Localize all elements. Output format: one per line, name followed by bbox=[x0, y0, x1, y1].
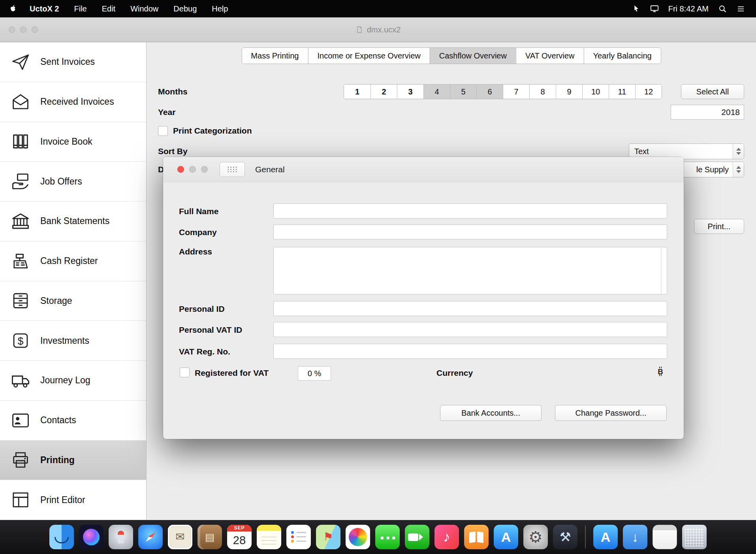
dock-music-icon[interactable]: ♪ bbox=[434, 525, 459, 549]
registered-for-vat-checkbox[interactable] bbox=[180, 367, 190, 377]
dock-mail-icon[interactable]: ✉ bbox=[168, 525, 192, 549]
month-button-8[interactable]: 8 bbox=[529, 85, 556, 99]
tab-vat-overview[interactable]: VAT Overview bbox=[516, 48, 583, 64]
window-title-bar[interactable]: dmx.ucx2 bbox=[0, 17, 756, 42]
personal-vat-id-input[interactable] bbox=[273, 322, 667, 337]
dialog-title-bar[interactable]: General bbox=[163, 157, 684, 182]
sidebar-item-job-offers[interactable]: Job Offers bbox=[0, 162, 146, 202]
sidebar-item-investments[interactable]: $ Investments bbox=[0, 321, 146, 361]
dock-xcode-icon[interactable]: ⚒ bbox=[553, 525, 577, 549]
personal-id-input[interactable] bbox=[273, 301, 667, 316]
month-button-12[interactable]: 12 bbox=[635, 85, 662, 99]
tab-cashflow-overview[interactable]: Cashflow Overview bbox=[430, 48, 516, 64]
tab-mass-printing[interactable]: Mass Printing bbox=[242, 48, 308, 64]
month-button-11[interactable]: 11 bbox=[609, 85, 635, 99]
sidebar-item-storage[interactable]: Storage bbox=[0, 281, 146, 321]
month-button-4[interactable]: 4 bbox=[423, 85, 450, 99]
dock-app-store-2-icon[interactable]: A bbox=[593, 525, 618, 549]
display-icon[interactable] bbox=[645, 0, 664, 17]
minimize-button[interactable] bbox=[20, 26, 26, 33]
dock-system-preferences-icon[interactable]: ⚙ bbox=[523, 525, 548, 549]
tab-income-or-expense-overview[interactable]: Income or Expense Overview bbox=[308, 48, 430, 64]
dock-calendar-icon[interactable]: SEP28 bbox=[227, 525, 252, 549]
menu-app-name[interactable]: UctoX 2 bbox=[22, 0, 66, 17]
dock-contacts-icon[interactable]: ▤ bbox=[197, 525, 222, 549]
bitcoin-currency-icon[interactable]: B bbox=[656, 366, 665, 379]
month-button-7[interactable]: 7 bbox=[503, 85, 529, 99]
print-categorization-checkbox[interactable] bbox=[158, 126, 168, 136]
dock-launchpad-icon[interactable] bbox=[109, 525, 133, 549]
stepper-arrows-icon bbox=[733, 162, 744, 177]
general-dialog: General Full Name Company Address Person… bbox=[163, 157, 684, 439]
dock-trash-icon[interactable] bbox=[682, 525, 707, 549]
dock-facetime-icon[interactable] bbox=[405, 525, 429, 549]
sidebar: Sent Invoices Received Invoices Invoice … bbox=[0, 42, 147, 520]
menu-debug[interactable]: Debug bbox=[166, 0, 204, 17]
currency-label: Currency bbox=[436, 368, 473, 378]
dock-maps-icon[interactable]: ⚑ bbox=[316, 525, 340, 549]
dock-siri-icon[interactable] bbox=[79, 525, 103, 549]
menu-help[interactable]: Help bbox=[204, 0, 235, 17]
dock-minimized-window-icon[interactable] bbox=[653, 525, 677, 549]
sidebar-item-sent-invoices[interactable]: Sent Invoices bbox=[0, 42, 146, 82]
paper-plane-icon bbox=[9, 51, 32, 73]
spotlight-icon[interactable] bbox=[713, 0, 732, 17]
address-textarea[interactable] bbox=[273, 247, 667, 294]
sidebar-item-label: Received Invoices bbox=[40, 96, 114, 107]
tab-yearly-balancing[interactable]: Yearly Balancing bbox=[583, 48, 660, 64]
month-button-2[interactable]: 2 bbox=[370, 85, 397, 99]
sidebar-item-bank-statements[interactable]: Bank Statements bbox=[0, 202, 146, 241]
sidebar-item-cash-register[interactable]: Cash Register bbox=[0, 241, 146, 281]
menu-file[interactable]: File bbox=[66, 0, 94, 17]
dock-notes-icon[interactable] bbox=[257, 525, 281, 549]
scrollbar-track[interactable] bbox=[661, 248, 662, 293]
notification-center-icon[interactable] bbox=[732, 0, 750, 17]
month-button-1[interactable]: 1 bbox=[344, 85, 370, 99]
dialog-window-controls bbox=[177, 166, 208, 173]
sidebar-item-received-invoices[interactable]: Received Invoices bbox=[0, 82, 146, 122]
dock-photos-icon[interactable] bbox=[346, 525, 370, 549]
close-button[interactable] bbox=[9, 26, 15, 33]
dock-finder-icon[interactable] bbox=[49, 525, 74, 549]
dock-downloads-icon[interactable]: ↓ bbox=[623, 525, 647, 549]
apple-menu[interactable] bbox=[0, 0, 22, 17]
dialog-minimize-button[interactable] bbox=[189, 166, 196, 173]
menu-clock[interactable]: Fri 8:42 AM bbox=[664, 4, 713, 13]
bank-accounts-button[interactable]: Bank Accounts... bbox=[440, 405, 542, 421]
month-button-9[interactable]: 9 bbox=[556, 85, 582, 99]
sidebar-item-printing[interactable]: Printing bbox=[0, 441, 146, 481]
print-categorization-row: Print Categorization bbox=[158, 124, 744, 138]
address-label: Address bbox=[179, 247, 212, 256]
dock-books-icon[interactable] bbox=[464, 525, 489, 549]
company-input[interactable] bbox=[273, 224, 667, 239]
dialog-close-button[interactable] bbox=[177, 166, 184, 173]
month-button-10[interactable]: 10 bbox=[582, 85, 609, 99]
sidebar-item-contacts[interactable]: Contacts bbox=[0, 401, 146, 441]
month-button-3[interactable]: 3 bbox=[397, 85, 423, 99]
dock-safari-icon[interactable] bbox=[138, 525, 163, 549]
dialog-zoom-button[interactable] bbox=[201, 166, 208, 173]
change-password-button[interactable]: Change Password... bbox=[555, 405, 667, 421]
months-label: Months bbox=[158, 87, 188, 96]
select-all-button[interactable]: Select All bbox=[681, 84, 744, 99]
print-button[interactable]: Print... bbox=[694, 219, 744, 234]
dock-messages-icon[interactable]: … bbox=[375, 525, 400, 549]
dock-app-store-icon[interactable]: A bbox=[494, 525, 518, 549]
pointer-icon[interactable] bbox=[627, 0, 645, 17]
zoom-button[interactable] bbox=[32, 26, 38, 33]
sidebar-item-invoice-book[interactable]: Invoice Book bbox=[0, 122, 146, 162]
month-button-6[interactable]: 6 bbox=[476, 85, 503, 99]
books-icon bbox=[9, 130, 32, 153]
sidebar-item-print-editor[interactable]: Print Editor bbox=[0, 480, 146, 520]
music-glyph: ♪ bbox=[443, 530, 450, 544]
sidebar-item-journey-log[interactable]: Journey Log bbox=[0, 361, 146, 401]
year-field[interactable]: 2018 bbox=[671, 105, 744, 120]
menu-window[interactable]: Window bbox=[123, 0, 166, 17]
menu-edit[interactable]: Edit bbox=[94, 0, 123, 17]
dock-reminders-icon[interactable] bbox=[286, 525, 311, 549]
general-toolbar-button[interactable] bbox=[220, 162, 245, 177]
vat-reg-no-input[interactable] bbox=[273, 344, 667, 359]
vat-percent-field[interactable]: 0 % bbox=[298, 366, 331, 381]
month-button-5[interactable]: 5 bbox=[450, 85, 476, 99]
full-name-input[interactable] bbox=[273, 204, 667, 219]
